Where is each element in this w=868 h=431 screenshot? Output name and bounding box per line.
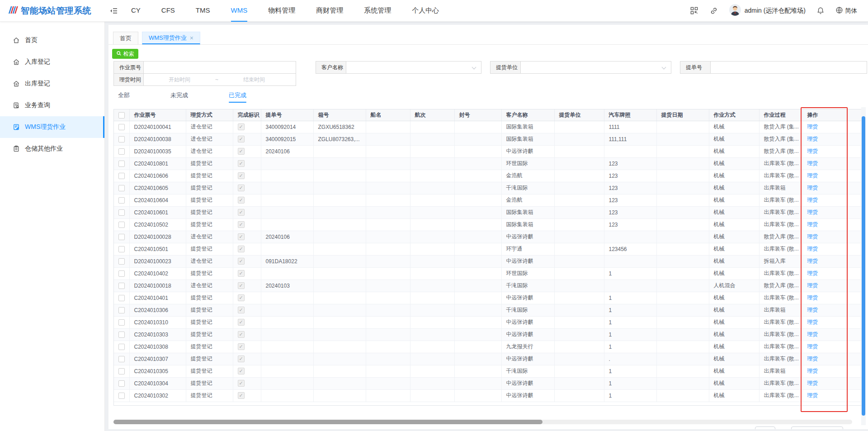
tally-time-end-input[interactable] xyxy=(218,74,290,85)
tally-link[interactable]: 理货 xyxy=(807,123,818,130)
tally-link[interactable]: 理货 xyxy=(807,270,818,276)
pagination-button-partial-2[interactable] xyxy=(791,426,843,429)
close-icon[interactable]: × xyxy=(190,35,193,41)
menu-collapse-icon[interactable] xyxy=(109,6,118,15)
table-row: C2024010307提货登记✓中远张诗麒.机械出库装车 (散...理货 xyxy=(114,353,862,365)
tally-time-start-input[interactable] xyxy=(144,74,215,85)
tally-link[interactable]: 理货 xyxy=(807,148,818,154)
row-checkbox[interactable] xyxy=(118,136,125,142)
nav-item-cy[interactable]: CY xyxy=(131,0,141,22)
row-checkbox[interactable] xyxy=(118,344,125,350)
partial-row xyxy=(114,402,862,405)
tally-link[interactable]: 理货 xyxy=(807,258,818,264)
cell-process: 散货入库 (散... xyxy=(759,279,802,292)
tally-link[interactable]: 理货 xyxy=(807,233,818,240)
customer-select-input[interactable] xyxy=(346,62,481,73)
row-checkbox[interactable] xyxy=(118,148,125,155)
row-checkbox[interactable] xyxy=(118,234,125,240)
row-checkbox[interactable] xyxy=(118,209,125,216)
status-tab-unfinished[interactable]: 未完成 xyxy=(170,91,188,103)
row-checkbox[interactable] xyxy=(118,222,125,228)
tally-link[interactable]: 理货 xyxy=(807,294,818,301)
cell-pickup-unit xyxy=(554,182,604,194)
tally-link[interactable]: 理货 xyxy=(807,209,818,215)
row-checkbox[interactable] xyxy=(118,332,125,338)
tally-link[interactable]: 理货 xyxy=(807,368,818,374)
tally-link[interactable]: 理货 xyxy=(807,185,818,191)
job-ticket-field[interactable] xyxy=(143,61,296,74)
row-checkbox[interactable] xyxy=(118,380,125,387)
sidebar-item-home[interactable]: 首页 xyxy=(0,29,104,51)
page-tab-home[interactable]: 首页 xyxy=(113,32,138,44)
sidebar-item-wms-tally[interactable]: WMS理货作业 xyxy=(0,116,104,138)
search-button[interactable]: 检索 xyxy=(112,49,138,59)
language-switch[interactable]: 简体 xyxy=(835,6,857,15)
pagination-button-partial-1[interactable] xyxy=(755,426,775,429)
row-checkbox[interactable] xyxy=(118,124,125,130)
sidebar-item-outbound[interactable]: 出库登记 xyxy=(0,73,104,95)
tally-link[interactable]: 理货 xyxy=(807,343,818,350)
tally-link[interactable]: 理货 xyxy=(807,392,818,398)
pickup-unit-select[interactable] xyxy=(520,61,671,74)
tally-link[interactable]: 理货 xyxy=(807,307,818,313)
job-ticket-input[interactable] xyxy=(144,62,296,73)
bell-icon[interactable] xyxy=(816,6,825,15)
row-checkbox[interactable] xyxy=(118,258,125,265)
cell-select xyxy=(114,267,129,279)
cell-process: 出库装车 (散... xyxy=(759,292,802,304)
tally-link[interactable]: 理货 xyxy=(807,282,818,289)
bl-no-input[interactable] xyxy=(711,62,867,73)
cell-plate-no: 1 xyxy=(604,292,656,304)
horizontal-scrollbar-track[interactable] xyxy=(113,420,852,424)
nav-item-wms[interactable]: WMS xyxy=(231,0,248,22)
sidebar-item-business-query[interactable]: 业务查询 xyxy=(0,95,104,116)
tally-link[interactable]: 理货 xyxy=(807,331,818,337)
cell-voyage xyxy=(410,292,454,304)
customer-select[interactable] xyxy=(346,61,481,74)
tally-link[interactable]: 理货 xyxy=(807,136,818,142)
nav-item-cfs[interactable]: CFS xyxy=(161,0,175,22)
sidebar-item-warehouse-other[interactable]: 仓储其他作业 xyxy=(0,138,104,160)
tally-link[interactable]: 理货 xyxy=(807,246,818,252)
horizontal-scrollbar-thumb[interactable] xyxy=(113,420,542,424)
qr-code-icon[interactable] xyxy=(690,6,698,15)
tally-link[interactable]: 理货 xyxy=(807,172,818,179)
page-tab-wms-tally[interactable]: WMS理货作业× xyxy=(142,32,200,44)
select-all-checkbox[interactable] xyxy=(118,112,125,118)
row-checkbox[interactable] xyxy=(118,185,125,191)
table-row: D20240100038进仓登记✓3400092015ZGLU8073263,.… xyxy=(114,133,862,145)
row-checkbox[interactable] xyxy=(118,356,125,362)
row-checkbox[interactable] xyxy=(118,307,125,313)
tally-link[interactable]: 理货 xyxy=(807,380,818,386)
pickup-unit-select-input[interactable] xyxy=(521,62,671,73)
nav-item-system[interactable]: 系统管理 xyxy=(364,0,391,22)
user-menu[interactable]: admin (远洋仓配堆场) xyxy=(729,4,806,18)
tally-link[interactable]: 理货 xyxy=(807,355,818,362)
vertical-scrollbar-thumb[interactable] xyxy=(862,116,865,416)
row-checkbox[interactable] xyxy=(118,270,125,277)
tally-link[interactable]: 理货 xyxy=(807,319,818,325)
row-checkbox[interactable] xyxy=(118,295,125,301)
row-checkbox[interactable] xyxy=(118,283,125,289)
nav-item-tms[interactable]: TMS xyxy=(196,0,210,22)
link-icon[interactable] xyxy=(709,6,718,15)
bl-no-field[interactable] xyxy=(710,61,867,74)
row-checkbox[interactable] xyxy=(118,368,125,374)
row-checkbox[interactable] xyxy=(118,173,125,179)
row-checkbox[interactable] xyxy=(118,161,125,167)
row-checkbox[interactable] xyxy=(118,319,125,326)
cell-voyage xyxy=(410,377,454,389)
nav-item-profile[interactable]: 个人中心 xyxy=(412,0,439,22)
status-tab-finished[interactable]: 已完成 xyxy=(229,91,246,103)
tally-link[interactable]: 理货 xyxy=(807,221,818,227)
tally-link[interactable]: 理货 xyxy=(807,160,818,166)
nav-item-finance[interactable]: 商财管理 xyxy=(316,0,343,22)
sidebar-item-inbound[interactable]: 入库登记 xyxy=(0,51,104,73)
tally-time-range[interactable]: ~ xyxy=(143,73,296,86)
status-tab-all[interactable]: 全部 xyxy=(118,91,130,103)
row-checkbox[interactable] xyxy=(118,393,125,399)
row-checkbox[interactable] xyxy=(118,246,125,252)
tally-link[interactable]: 理货 xyxy=(807,197,818,203)
row-checkbox[interactable] xyxy=(118,197,125,204)
nav-item-materials[interactable]: 物料管理 xyxy=(268,0,295,22)
